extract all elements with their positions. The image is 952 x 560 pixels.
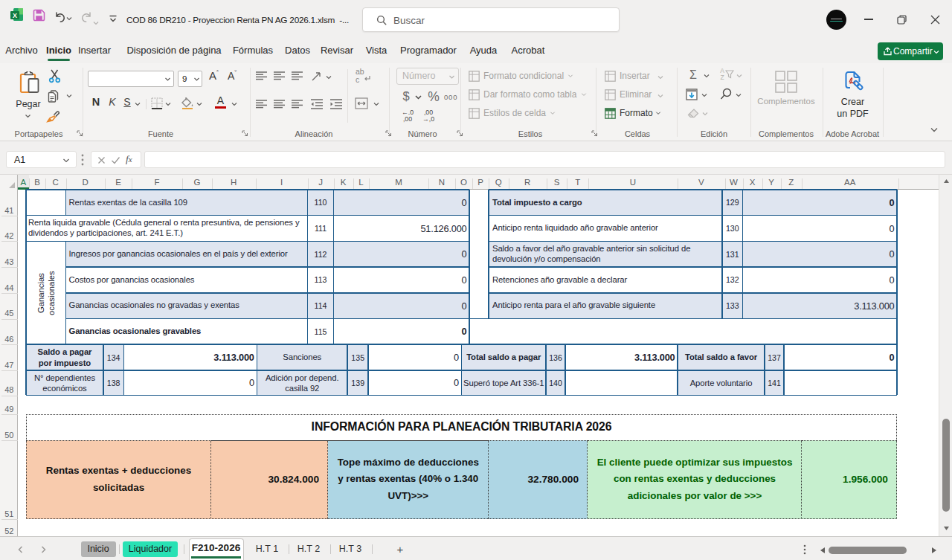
svg-text:X: X [13,12,17,19]
